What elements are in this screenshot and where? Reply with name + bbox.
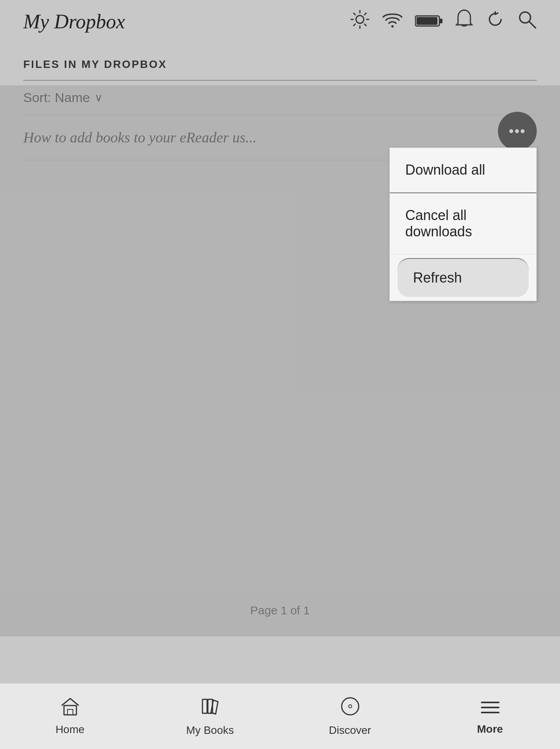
nav-home[interactable]: Home xyxy=(0,697,140,736)
svg-point-19 xyxy=(342,698,359,715)
battery-icon xyxy=(415,11,443,32)
books-icon xyxy=(200,696,220,721)
svg-rect-11 xyxy=(439,19,442,23)
header-icons xyxy=(350,9,537,34)
nav-home-label: Home xyxy=(55,723,85,736)
svg-line-8 xyxy=(353,24,356,26)
refresh-button[interactable]: Refresh xyxy=(398,258,529,297)
svg-rect-12 xyxy=(417,17,437,25)
brightness-icon[interactable] xyxy=(350,9,370,34)
nav-discover-label: Discover xyxy=(329,724,371,737)
svg-line-14 xyxy=(529,21,536,28)
nav-more[interactable]: More xyxy=(420,697,560,735)
nav-my-books[interactable]: My Books xyxy=(140,696,280,737)
search-icon[interactable] xyxy=(517,10,537,33)
main-content: FILES IN MY DROPBOX Sort: Name ∨ ••• How… xyxy=(0,43,560,702)
hamburger-icon xyxy=(480,697,500,720)
header: My Dropbox xyxy=(0,0,560,43)
svg-line-6 xyxy=(364,24,366,26)
home-icon xyxy=(60,697,80,720)
svg-point-20 xyxy=(349,705,352,708)
svg-point-0 xyxy=(356,16,364,23)
wifi-icon[interactable] xyxy=(382,11,403,32)
bottom-nav: Home My Books Discover Mor xyxy=(0,683,560,749)
nav-mybooks-label: My Books xyxy=(186,724,234,737)
svg-rect-16 xyxy=(67,709,73,715)
svg-point-9 xyxy=(391,25,394,28)
cancel-downloads-button[interactable]: Cancel all downloads xyxy=(390,192,536,254)
sync-icon[interactable] xyxy=(486,10,505,33)
discover-icon xyxy=(340,696,360,721)
dropdown-menu: Download all Cancel all downloads Refres… xyxy=(389,147,537,301)
svg-rect-15 xyxy=(64,706,76,715)
nav-more-label: More xyxy=(477,723,503,735)
page-title: My Dropbox xyxy=(23,10,125,33)
svg-line-5 xyxy=(353,13,356,15)
svg-rect-17 xyxy=(202,699,207,713)
svg-line-7 xyxy=(364,13,366,15)
section-title: FILES IN MY DROPBOX xyxy=(23,58,537,71)
notification-icon[interactable] xyxy=(455,9,473,34)
download-all-button[interactable]: Download all xyxy=(390,148,536,192)
nav-discover[interactable]: Discover xyxy=(280,696,420,737)
